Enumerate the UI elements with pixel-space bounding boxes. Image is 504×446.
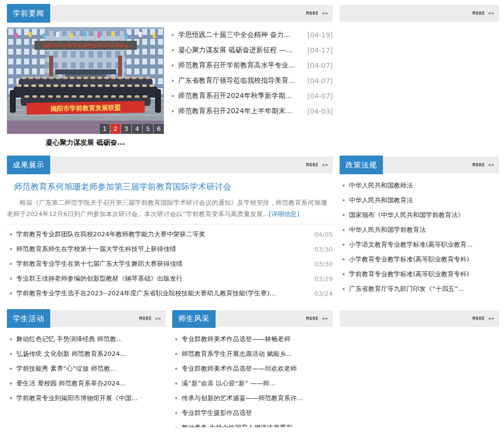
bullet-icon xyxy=(175,382,177,384)
pager-cell[interactable]: 1 xyxy=(99,124,110,134)
teacher-student-item[interactable]: 师范教育系学生开展志愿活动 赋能乡... xyxy=(175,347,333,361)
student-activity-item[interactable]: 爱生活 爱校园 师范教育系举办2024... xyxy=(10,376,166,391)
policy-item-title: 中华人民共和国教师法 xyxy=(349,181,413,190)
carousel-photo[interactable]: 揭阳市学前教育发展联盟2024年理事会 xyxy=(7,27,164,134)
achievement-item-date: 03/30 xyxy=(310,246,333,253)
achievement-list-item[interactable]: 学前教育专业学生在第十七届广东大学生舞蹈大赛获得佳绩 03/30 xyxy=(10,256,333,271)
more-link-policy[interactable]: MORE >> xyxy=(472,157,495,173)
section-title-policy: 政策法规 xyxy=(340,156,383,174)
news-list-item[interactable]: 凝心聚力谋发展 砥砺奋进新征程 —... [04-17] xyxy=(172,42,333,58)
carousel-caption[interactable]: 凝心聚力谋发展 砥砺奋... xyxy=(7,138,164,147)
bullet-icon xyxy=(172,95,174,97)
policy-list-item[interactable]: 小学语文教育专业教学标准(高等职业教育... xyxy=(343,237,499,252)
achievement-item-title: 专业群王佳婷老师参编的创新型教材《钢琴基础》出版发行 xyxy=(16,274,183,283)
pager-cell[interactable]: 6 xyxy=(153,124,164,134)
bullet-icon xyxy=(172,110,174,112)
section-title-teacher-student-style: 师生风采 xyxy=(172,310,216,328)
policy-list-item[interactable]: 学前教育专业教学标准(高等职业教育专科) xyxy=(343,267,499,282)
policy-list-item[interactable]: 国家颁布《中华人民共和国学前教育法》 xyxy=(343,208,499,223)
policy-list-item[interactable]: 中华人民共和国教师法 xyxy=(343,178,499,193)
teacher-student-title: 传承与创新的艺术盛宴——师范教育系许... xyxy=(182,394,303,403)
news-list-item[interactable]: 师范教育系召开2024年秋季新学期... [04-07] xyxy=(172,88,333,103)
pager-cell[interactable]: 5 xyxy=(142,124,153,134)
student-activity-item[interactable]: 学前教育专业到揭阳市博物馆开展《中国... xyxy=(10,391,166,406)
section-header: 成果展示 MORE >> xyxy=(7,157,333,173)
news-list-item[interactable]: 师范教育系召开学前教育高水平专业... [04-07] xyxy=(172,58,333,73)
section-policy: 政策法规 MORE >> 中华人民共和国教师法 中华人民共和国教育法 国家颁布《… xyxy=(340,157,499,296)
section-teacher-student-style: 师生风采 MORE >> 专业群教师美术作品选登——林畅老师 师范教育系学生开展… xyxy=(172,310,333,427)
news-list-item[interactable]: 广东省教育厅领导莅临我校指导美育... [04-07] xyxy=(172,73,333,88)
news-body: 揭阳市学前教育发展联盟2024年理事会 xyxy=(7,27,333,147)
bullet-icon xyxy=(343,258,345,260)
achievement-list-item[interactable]: 师范教育系师生在学校第十一届大学生科技节上获得佳绩 03/30 xyxy=(10,242,333,256)
teacher-student-item[interactable]: 满“新”欢喜 以心迎“新” ——师... xyxy=(175,376,333,391)
featured-article-title[interactable]: 师范教育系何旭珊老师参加第三届学前教育国际学术研讨会 xyxy=(14,181,333,192)
teacher-student-item[interactable]: 舞动青春 为校企协同育人增添浓墨重彩 xyxy=(175,420,333,427)
bullet-icon xyxy=(175,338,177,340)
achievement-list-item[interactable]: 学前教育专业群团队在我校2024年教师教学能力大赛中荣获二等奖 04/05 xyxy=(10,227,333,242)
teacher-student-item[interactable]: 传承与创新的艺术盛宴——师范教育系许... xyxy=(175,391,333,406)
achievement-list-item[interactable]: 学前教育专业学生选手在2023--2024年度广东省职业院校技能大赛幼儿教育技能… xyxy=(10,286,333,301)
achievement-item-title: 师范教育系师生在学校第十一届大学生科技节上获得佳绩 xyxy=(16,245,176,254)
bullet-icon xyxy=(172,34,174,36)
pager-cell[interactable]: 3 xyxy=(121,124,131,134)
teacher-student-item[interactable]: 专业群教师美术作品选登——邱欢欢老师 xyxy=(175,361,333,376)
section-header: 政策法规 MORE >> xyxy=(340,157,499,173)
policy-item-title: 中华人民共和国教育法 xyxy=(349,196,413,205)
policy-list-item[interactable]: 小学教育专业教学标准(高等职业教育专科) xyxy=(343,252,499,267)
student-activity-item[interactable]: 学前技能秀 素养“心”绽放 师范教... xyxy=(10,361,166,376)
more-link-preschool-news[interactable]: MORE >> xyxy=(306,5,328,22)
bullet-icon xyxy=(172,80,174,82)
student-activity-item[interactable]: 舞动红色记忆 手势演绎经典 师范教... xyxy=(10,332,166,347)
news-list-item[interactable]: 学思悟践二十届三中全会精神 奋力... [04-19] xyxy=(172,27,333,42)
page: 学前要闻 MORE >> xyxy=(0,0,504,446)
section-title-preschool-news: 学前要闻 xyxy=(7,4,50,23)
news-item-date: [04-07] xyxy=(302,77,333,85)
more-link-bottom-right[interactable]: MORE >> xyxy=(472,310,495,327)
policy-list-item[interactable]: 中华人民共和国学前教育法 xyxy=(343,223,499,237)
more-link-achievements[interactable]: MORE >> xyxy=(306,157,328,173)
bullet-icon xyxy=(343,214,345,216)
more-link-student-activities[interactable]: MORE >> xyxy=(139,310,161,327)
teacher-student-title: 舞动青春 为校企协同育人增添浓墨重彩 xyxy=(182,423,292,427)
student-activity-title: 爱生活 爱校园 师范教育系举办2024... xyxy=(16,379,126,388)
student-activity-item[interactable]: 弘扬传统 文化创新 师范教育系2024... xyxy=(10,347,166,361)
pager-cell[interactable]: 2 xyxy=(110,124,121,134)
pager-cell[interactable]: 4 xyxy=(131,124,142,134)
featured-article-summary: 根据《广东第二师范学院关于召开第三届学前教育国际学术研讨会议的通知》及学校安排，… xyxy=(7,197,333,220)
teacher-student-title: 满“新”欢喜 以心迎“新” ——师... xyxy=(182,379,276,388)
news-item-date: [04-07] xyxy=(302,62,333,69)
student-activities-list: 舞动红色记忆 手势演绎经典 师范教... 弘扬传统 文化创新 师范教育系2024… xyxy=(7,332,166,406)
detail-info-link[interactable]: [详细信息] xyxy=(269,210,299,218)
section-header: MORE >> xyxy=(340,5,499,22)
teacher-student-item[interactable]: 专业群学生摄影作品选登 xyxy=(175,406,333,420)
teacher-student-title: 专业群学生摄影作品选登 xyxy=(182,409,252,417)
bullet-icon xyxy=(172,64,174,66)
news-list-item[interactable]: 师范教育系召开2024年上半年期末... [04-03] xyxy=(172,103,333,119)
news-item-date: [04-07] xyxy=(302,92,333,100)
policy-list-item[interactable]: 广东省教育厅等九部门印发《“十四五”... xyxy=(343,282,499,296)
policy-item-title: 小学语文教育专业教学标准(高等职业教育... xyxy=(349,240,472,249)
section-preschool-news: 学前要闻 MORE >> xyxy=(7,5,333,147)
achievement-list-item[interactable]: 专业群王佳婷老师参编的创新型教材《钢琴基础》出版发行 03/29 xyxy=(10,271,333,286)
teacher-student-list: 专业群教师美术作品选登——林畅老师 师范教育系学生开展志愿活动 赋能乡... 专… xyxy=(172,332,333,427)
news-item-title: 凝心聚力谋发展 砥砺奋进新征程 —... xyxy=(178,46,292,55)
more-link-teacher-student-style[interactable]: MORE >> xyxy=(306,310,328,327)
bullet-icon xyxy=(10,278,12,280)
policy-item-title: 学前教育专业教学标准(高等职业教育专科) xyxy=(349,270,469,279)
section-header: 学生活动 MORE >> xyxy=(7,310,166,327)
bullet-icon xyxy=(10,233,12,235)
bullet-icon xyxy=(10,382,12,384)
bullet-icon xyxy=(343,199,345,201)
bullet-icon xyxy=(175,353,177,355)
more-link-top-right[interactable]: MORE >> xyxy=(472,5,495,22)
bullet-icon xyxy=(343,229,345,231)
bullet-icon xyxy=(175,368,177,370)
policy-list-item[interactable]: 中华人民共和国教育法 xyxy=(343,193,499,208)
bullet-icon xyxy=(10,263,12,265)
bullet-icon xyxy=(343,185,345,187)
section-title-achievements: 成果展示 xyxy=(7,156,50,174)
teacher-student-item[interactable]: 专业群教师美术作品选登——林畅老师 xyxy=(175,332,333,347)
news-item-date: [04-17] xyxy=(302,46,333,54)
achievement-item-date: 03/24 xyxy=(310,290,333,297)
